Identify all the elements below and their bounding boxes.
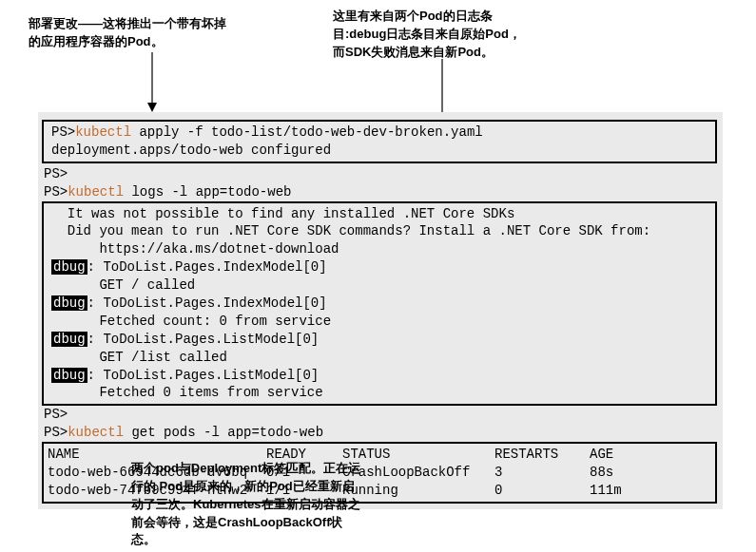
cmd-args: logs -l app=todo-web — [124, 184, 291, 200]
cell-age: 111m — [590, 482, 656, 500]
terminal-area: PS>kubectl apply -f todo-list/todo-web-d… — [38, 112, 723, 509]
terminal-line: PS>kubectl apply -f todo-list/todo-web-d… — [46, 124, 713, 142]
arrow-top-left — [143, 52, 162, 119]
log-rest: : ToDoList.Pages.ListModel[0] — [87, 368, 320, 383]
log-rest: : ToDoList.Pages.ListModel[0] — [87, 332, 320, 347]
annotation-top-right: 这里有来自两个Pod的日志条 目:debug日志条目来自原始Pod， 而SDK失… — [333, 8, 609, 62]
cmd-kubectl: kubectl — [68, 425, 124, 440]
terminal-block-apply: PS>kubectl apply -f todo-list/todo-web-d… — [42, 120, 717, 163]
svg-marker-1 — [147, 103, 157, 112]
prompt: PS> — [51, 124, 75, 140]
log-line: https://aka.ms/dotnet-download — [46, 240, 713, 258]
dbug-tag: dbug — [51, 332, 87, 347]
terminal-line: PS>kubectl logs -l app=todo-web — [38, 183, 723, 201]
annotation-text: 部署更改——这将推出一个带有坏掉 的应用程序容器的Pod。 — [29, 16, 226, 48]
log-rest: : ToDoList.Pages.IndexModel[0] — [87, 295, 327, 311]
prompt: PS> — [44, 184, 68, 200]
annotation-top-left: 部署更改——这将推出一个带有坏掉 的应用程序容器的Pod。 — [29, 15, 285, 51]
cmd-args: apply -f todo-list/todo-web-dev-broken.y… — [131, 124, 483, 140]
log-line: Fetched count: 0 from service — [46, 313, 713, 331]
log-line: dbug: ToDoList.Pages.ListModel[0] — [46, 331, 713, 349]
annotation-bottom: 两个pod与Deployment标签匹配。正在运 行的 Pod是原来的，新的Po… — [131, 460, 426, 549]
log-line: Fetched 0 items from service — [46, 384, 713, 402]
annotation-text: 两个pod与Deployment标签匹配。正在运 行的 Pod是原来的，新的Po… — [131, 461, 360, 546]
col-head-age: AGE — [590, 446, 656, 464]
cmd-kubectl: kubectl — [75, 124, 131, 140]
terminal-blank-prompt: PS> — [38, 406, 723, 424]
log-line: dbug: ToDoList.Pages.ListModel[0] — [46, 367, 713, 385]
log-line: dbug: ToDoList.Pages.IndexModel[0] — [46, 295, 713, 313]
dbug-tag: dbug — [51, 295, 87, 311]
log-line: Did you mean to run .NET Core SDK comman… — [46, 222, 713, 240]
log-line: GET /list called — [46, 349, 713, 367]
terminal-block-logs: It was not possible to find any installe… — [42, 201, 717, 407]
log-line: dbug: ToDoList.Pages.IndexModel[0] — [46, 258, 713, 276]
terminal-line: PS>kubectl get pods -l app=todo-web — [38, 424, 723, 442]
cell-restarts: 0 — [494, 482, 590, 500]
annotation-text: 这里有来自两个Pod的日志条 目:debug日志条目来自原始Pod， 而SDK失… — [333, 9, 521, 59]
cmd-kubectl: kubectl — [68, 184, 124, 200]
cmd-args: get pods -l app=todo-web — [124, 425, 323, 440]
cell-age: 88s — [590, 464, 656, 482]
log-line: GET / called — [46, 276, 713, 295]
terminal-blank-prompt: PS> — [38, 165, 723, 183]
log-rest: : ToDoList.Pages.IndexModel[0] — [87, 259, 327, 275]
cell-restarts: 3 — [494, 464, 590, 482]
log-line: It was not possible to find any installe… — [46, 205, 713, 223]
dbug-tag: dbug — [51, 259, 87, 275]
terminal-output: deployment.apps/todo-web configured — [46, 142, 713, 160]
col-head-restarts: RESTARTS — [494, 446, 590, 464]
dbug-tag: dbug — [51, 368, 87, 383]
prompt: PS> — [44, 425, 68, 440]
